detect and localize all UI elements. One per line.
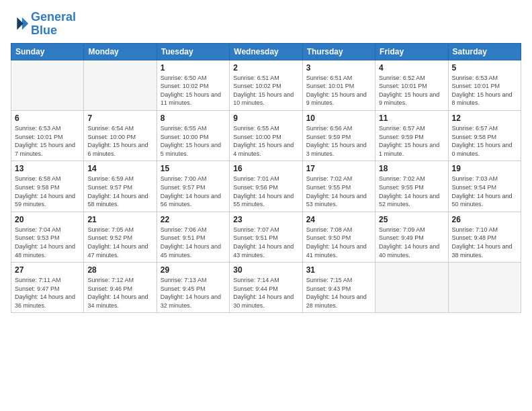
- calendar-day-cell: 5Sunrise: 6:53 AMSunset: 10:01 PMDayligh…: [448, 60, 521, 110]
- day-number: 11: [379, 113, 444, 123]
- calendar-week-row: 20Sunrise: 7:04 AMSunset: 9:53 PMDayligh…: [11, 212, 521, 262]
- day-info: Sunrise: 6:54 AMSunset: 10:00 PMDaylight…: [87, 124, 152, 158]
- day-info: Sunrise: 6:51 AMSunset: 10:01 PMDaylight…: [306, 74, 371, 107]
- day-number: 13: [15, 164, 80, 173]
- logo-text: General Blue: [31, 11, 76, 38]
- day-number: 7: [87, 113, 152, 123]
- day-info: Sunrise: 6:56 AMSunset: 9:59 PMDaylight:…: [306, 124, 371, 158]
- calendar-day-cell: 17Sunrise: 7:02 AMSunset: 9:55 PMDayligh…: [302, 161, 375, 212]
- day-info: Sunrise: 7:12 AMSunset: 9:46 PMDaylight:…: [87, 276, 152, 310]
- day-number: 20: [15, 215, 80, 224]
- day-info: Sunrise: 7:08 AMSunset: 9:50 PMDaylight:…: [306, 226, 371, 259]
- calendar-day-cell: 14Sunrise: 6:59 AMSunset: 9:57 PMDayligh…: [84, 161, 157, 212]
- day-info: Sunrise: 7:06 AMSunset: 9:51 PMDaylight:…: [161, 226, 226, 259]
- weekday-header: Friday: [375, 43, 448, 60]
- weekday-header: Tuesday: [157, 43, 229, 60]
- calendar-day-cell: 19Sunrise: 7:03 AMSunset: 9:54 PMDayligh…: [448, 161, 521, 212]
- logo-icon: [11, 15, 30, 34]
- calendar-day-cell: 18Sunrise: 7:02 AMSunset: 9:55 PMDayligh…: [375, 161, 448, 212]
- day-info: Sunrise: 6:57 AMSunset: 9:58 PMDaylight:…: [452, 124, 517, 158]
- calendar-day-cell: 29Sunrise: 7:13 AMSunset: 9:45 PMDayligh…: [157, 263, 229, 313]
- day-number: 1: [161, 63, 226, 73]
- calendar-day-cell: 4Sunrise: 6:52 AMSunset: 10:01 PMDayligh…: [375, 60, 448, 110]
- day-info: Sunrise: 6:50 AMSunset: 10:02 PMDaylight…: [161, 74, 226, 107]
- day-info: Sunrise: 7:04 AMSunset: 9:53 PMDaylight:…: [15, 226, 80, 259]
- calendar-week-row: 13Sunrise: 6:58 AMSunset: 9:58 PMDayligh…: [11, 161, 521, 212]
- weekday-header: Monday: [84, 43, 157, 60]
- day-number: 5: [452, 63, 517, 73]
- day-info: Sunrise: 7:09 AMSunset: 9:49 PMDaylight:…: [379, 226, 444, 259]
- day-number: 4: [379, 63, 444, 73]
- day-info: Sunrise: 6:58 AMSunset: 9:58 PMDaylight:…: [15, 175, 80, 208]
- day-info: Sunrise: 7:13 AMSunset: 9:45 PMDaylight:…: [161, 276, 226, 310]
- day-number: 31: [306, 265, 371, 275]
- calendar-day-cell: 20Sunrise: 7:04 AMSunset: 9:53 PMDayligh…: [11, 212, 84, 262]
- calendar-day-cell: 30Sunrise: 7:14 AMSunset: 9:44 PMDayligh…: [230, 263, 302, 313]
- calendar-week-row: 27Sunrise: 7:11 AMSunset: 9:47 PMDayligh…: [11, 263, 521, 313]
- calendar-day-cell: 3Sunrise: 6:51 AMSunset: 10:01 PMDayligh…: [302, 60, 375, 110]
- day-number: 30: [233, 265, 298, 275]
- day-number: 18: [379, 164, 444, 173]
- day-number: 29: [161, 265, 226, 275]
- day-info: Sunrise: 7:05 AMSunset: 9:52 PMDaylight:…: [87, 226, 152, 259]
- day-number: 24: [306, 215, 371, 224]
- calendar-table: SundayMondayTuesdayWednesdayThursdayFrid…: [11, 43, 521, 314]
- calendar-day-cell: 25Sunrise: 7:09 AMSunset: 9:49 PMDayligh…: [375, 212, 448, 262]
- day-number: 9: [233, 113, 298, 123]
- day-number: 2: [233, 63, 298, 73]
- day-number: 28: [87, 265, 152, 275]
- calendar-day-cell: 13Sunrise: 6:58 AMSunset: 9:58 PMDayligh…: [11, 161, 84, 212]
- day-info: Sunrise: 7:11 AMSunset: 9:47 PMDaylight:…: [15, 276, 80, 310]
- calendar-week-row: 6Sunrise: 6:53 AMSunset: 10:01 PMDayligh…: [11, 110, 521, 161]
- calendar-day-cell: 21Sunrise: 7:05 AMSunset: 9:52 PMDayligh…: [84, 212, 157, 262]
- day-number: 6: [15, 113, 80, 123]
- day-number: 15: [161, 164, 226, 173]
- calendar-day-cell: 11Sunrise: 6:57 AMSunset: 9:59 PMDayligh…: [375, 110, 448, 161]
- calendar-day-cell: [448, 263, 521, 313]
- day-info: Sunrise: 6:53 AMSunset: 10:01 PMDaylight…: [452, 74, 517, 107]
- day-number: 3: [306, 63, 371, 73]
- weekday-header: Thursday: [302, 43, 375, 60]
- day-info: Sunrise: 6:59 AMSunset: 9:57 PMDaylight:…: [87, 175, 152, 208]
- calendar-day-cell: 7Sunrise: 6:54 AMSunset: 10:00 PMDayligh…: [84, 110, 157, 161]
- page-header: General Blue: [11, 11, 521, 38]
- day-number: 22: [161, 215, 226, 224]
- calendar-header-row: SundayMondayTuesdayWednesdayThursdayFrid…: [11, 43, 521, 60]
- calendar-week-row: 1Sunrise: 6:50 AMSunset: 10:02 PMDayligh…: [11, 60, 521, 110]
- day-info: Sunrise: 6:55 AMSunset: 10:00 PMDaylight…: [161, 124, 226, 158]
- calendar-day-cell: 15Sunrise: 7:00 AMSunset: 9:57 PMDayligh…: [157, 161, 229, 212]
- day-number: 25: [379, 215, 444, 224]
- calendar-day-cell: 16Sunrise: 7:01 AMSunset: 9:56 PMDayligh…: [230, 161, 302, 212]
- day-info: Sunrise: 7:15 AMSunset: 9:43 PMDaylight:…: [306, 276, 371, 310]
- day-info: Sunrise: 6:57 AMSunset: 9:59 PMDaylight:…: [379, 124, 444, 158]
- calendar-day-cell: 31Sunrise: 7:15 AMSunset: 9:43 PMDayligh…: [302, 263, 375, 313]
- calendar-day-cell: 23Sunrise: 7:07 AMSunset: 9:51 PMDayligh…: [230, 212, 302, 262]
- calendar-day-cell: [11, 60, 84, 110]
- day-number: 17: [306, 164, 371, 173]
- day-info: Sunrise: 7:03 AMSunset: 9:54 PMDaylight:…: [452, 175, 517, 208]
- day-info: Sunrise: 7:02 AMSunset: 9:55 PMDaylight:…: [379, 175, 444, 208]
- calendar-day-cell: 28Sunrise: 7:12 AMSunset: 9:46 PMDayligh…: [84, 263, 157, 313]
- calendar-day-cell: 6Sunrise: 6:53 AMSunset: 10:01 PMDayligh…: [11, 110, 84, 161]
- day-info: Sunrise: 7:00 AMSunset: 9:57 PMDaylight:…: [161, 175, 226, 208]
- calendar-day-cell: 24Sunrise: 7:08 AMSunset: 9:50 PMDayligh…: [302, 212, 375, 262]
- day-info: Sunrise: 7:02 AMSunset: 9:55 PMDaylight:…: [306, 175, 371, 208]
- day-info: Sunrise: 6:52 AMSunset: 10:01 PMDaylight…: [379, 74, 444, 107]
- logo: General Blue: [11, 11, 76, 38]
- calendar-day-cell: 22Sunrise: 7:06 AMSunset: 9:51 PMDayligh…: [157, 212, 229, 262]
- calendar-day-cell: 9Sunrise: 6:55 AMSunset: 10:00 PMDayligh…: [230, 110, 302, 161]
- weekday-header: Wednesday: [230, 43, 302, 60]
- day-number: 26: [452, 215, 517, 224]
- day-info: Sunrise: 6:51 AMSunset: 10:02 PMDaylight…: [233, 74, 298, 107]
- day-number: 21: [87, 215, 152, 224]
- day-number: 12: [452, 113, 517, 123]
- calendar-day-cell: [84, 60, 157, 110]
- weekday-header: Sunday: [11, 43, 84, 60]
- day-number: 23: [233, 215, 298, 224]
- day-info: Sunrise: 7:14 AMSunset: 9:44 PMDaylight:…: [233, 276, 298, 310]
- weekday-header: Saturday: [448, 43, 521, 60]
- day-number: 19: [452, 164, 517, 173]
- day-number: 8: [161, 113, 226, 123]
- calendar-day-cell: 27Sunrise: 7:11 AMSunset: 9:47 PMDayligh…: [11, 263, 84, 313]
- calendar-day-cell: 8Sunrise: 6:55 AMSunset: 10:00 PMDayligh…: [157, 110, 229, 161]
